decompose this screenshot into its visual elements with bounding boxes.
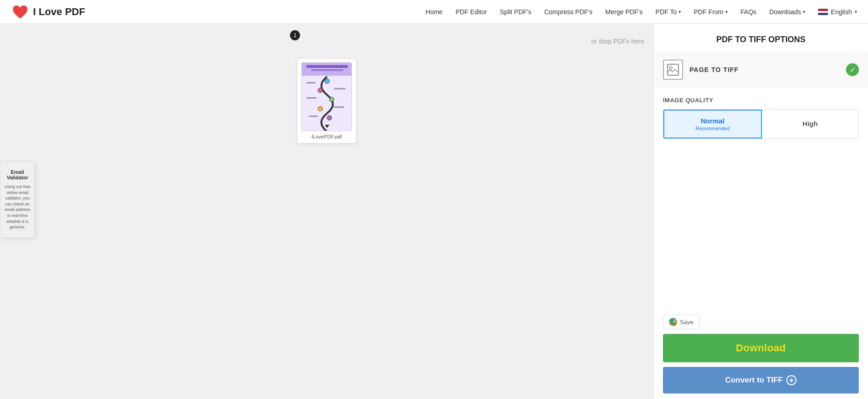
nav-compress-pdfs[interactable]: Compress PDF's — [544, 8, 592, 16]
convert-tiff-button[interactable]: Convert to TIFF + — [663, 367, 859, 393]
pdf-card: ILovePDF.pdf — [297, 58, 356, 144]
main-nav: Home PDF Editor Split PDF's Compress PDF… — [426, 8, 857, 16]
quality-normal[interactable]: Normal Recommended — [663, 110, 762, 139]
page-to-tiff-icon — [663, 60, 683, 80]
svg-rect-2 — [306, 65, 348, 68]
pdf-thumbnail — [301, 62, 352, 131]
convert-tiff-label: Convert to TIFF — [725, 376, 783, 385]
email-validator-description: Using our free online email validator, y… — [4, 184, 31, 230]
nav-pdf-editor[interactable]: PDF Editor — [456, 8, 487, 16]
gdrive-icon — [669, 318, 677, 326]
svg-rect-13 — [333, 106, 344, 108]
image-icon — [667, 63, 679, 76]
nav-downloads[interactable]: Downloads ▾ — [769, 8, 805, 16]
chevron-down-icon: ▾ — [725, 9, 728, 14]
bottom-actions: Save Download Convert to TIFF + — [654, 309, 868, 399]
pdf-filename: ILovePDF.pdf — [312, 134, 342, 139]
svg-rect-14 — [309, 116, 318, 117]
nav-pdf-from-dropdown[interactable]: PDF From ▾ — [694, 8, 728, 16]
svg-rect-12 — [306, 97, 317, 99]
email-validator-sidebar[interactable]: Email Validator Using our free online em… — [0, 161, 35, 238]
svg-rect-3 — [311, 69, 343, 71]
page-to-tiff-row: PAGE TO TIFF ✓ — [654, 52, 868, 88]
nav-faqs[interactable]: FAQs — [740, 8, 757, 16]
svg-point-4 — [325, 79, 329, 83]
download-button[interactable]: Download — [663, 334, 859, 362]
quality-normal-sublabel: Recommended — [669, 126, 757, 131]
chevron-down-icon: ▾ — [855, 9, 857, 14]
image-quality-label: IMAGE QUALITY — [663, 97, 859, 104]
svg-rect-11 — [334, 88, 345, 89]
chevron-down-icon: ▾ — [679, 9, 681, 14]
svg-point-6 — [329, 97, 334, 102]
logo[interactable]: I Love PDF — [11, 4, 85, 20]
quality-high-label: High — [767, 120, 854, 127]
nav-merge-pdfs[interactable]: Merge PDF's — [606, 8, 643, 16]
logo-text: I Love PDF — [33, 6, 85, 18]
quality-normal-label: Normal — [669, 117, 757, 125]
drop-text: or drop PDFs here — [591, 38, 644, 45]
nav-pdf-to-dropdown[interactable]: PDF To ▾ — [656, 8, 681, 16]
page-to-tiff-label: PAGE TO TIFF — [690, 66, 846, 73]
save-button[interactable]: Save — [663, 315, 700, 329]
svg-rect-10 — [306, 82, 316, 83]
image-quality-section: IMAGE QUALITY Normal Recommended High — [654, 88, 868, 146]
pdf-preview-svg — [302, 63, 352, 131]
options-title: PDF TO TIFF OPTIONS — [654, 24, 868, 52]
quality-high[interactable]: High — [762, 110, 859, 139]
svg-point-8 — [327, 116, 332, 120]
svg-point-16 — [669, 66, 672, 69]
options-panel: PDF TO TIFF OPTIONS PAGE TO TIFF ✓ IMAGE… — [653, 24, 868, 399]
svg-point-7 — [318, 106, 323, 111]
heart-icon — [11, 4, 29, 20]
main-layout: 1 or drop PDFs here — [0, 24, 868, 399]
chevron-down-icon: ▾ — [803, 9, 805, 14]
save-label: Save — [680, 319, 694, 326]
plus-circle-icon: + — [786, 375, 796, 385]
quality-options: Normal Recommended High — [663, 109, 859, 139]
svg-rect-15 — [668, 64, 679, 75]
svg-point-5 — [318, 88, 323, 93]
check-circle-icon: ✓ — [846, 63, 859, 76]
flag-icon — [818, 9, 828, 15]
nav-split-pdfs[interactable]: Split PDF's — [500, 8, 531, 16]
upload-area[interactable]: 1 or drop PDFs here — [0, 24, 653, 399]
save-row: Save — [663, 315, 859, 329]
nav-language[interactable]: English ▾ — [818, 8, 857, 16]
nav-home[interactable]: Home — [426, 8, 443, 16]
file-count-badge: 1 — [290, 30, 300, 40]
header: I Love PDF Home PDF Editor Split PDF's C… — [0, 0, 868, 24]
email-validator-title: Email Validator — [4, 169, 31, 180]
